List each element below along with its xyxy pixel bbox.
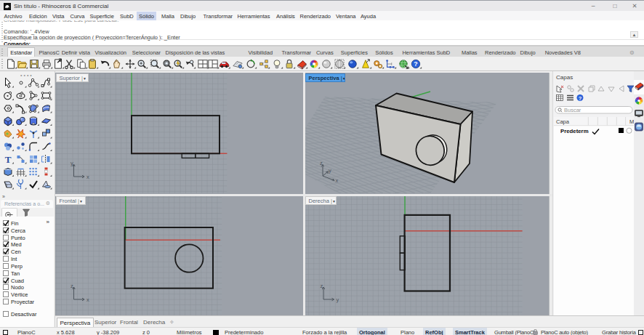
svg-text:?: ? bbox=[414, 60, 417, 68]
svg-text:x: x bbox=[86, 174, 89, 180]
svg-text:z: z bbox=[320, 160, 323, 166]
svg-text:Predeterm: Predeterm bbox=[560, 128, 589, 134]
svg-text:T: T bbox=[5, 154, 12, 165]
svg-text:Capa: Capa bbox=[556, 118, 570, 125]
svg-text:y: y bbox=[71, 160, 73, 166]
svg-text:?: ? bbox=[579, 95, 582, 102]
svg-text:Buscar: Buscar bbox=[564, 107, 581, 113]
svg-text:x: x bbox=[336, 177, 339, 184]
svg-text:x: x bbox=[86, 296, 89, 303]
svg-text:z: z bbox=[321, 283, 323, 289]
svg-text:z: z bbox=[71, 283, 73, 289]
svg-text:y: y bbox=[329, 167, 331, 174]
svg-text:Capas: Capas bbox=[556, 74, 573, 81]
svg-text:y: y bbox=[337, 296, 339, 303]
